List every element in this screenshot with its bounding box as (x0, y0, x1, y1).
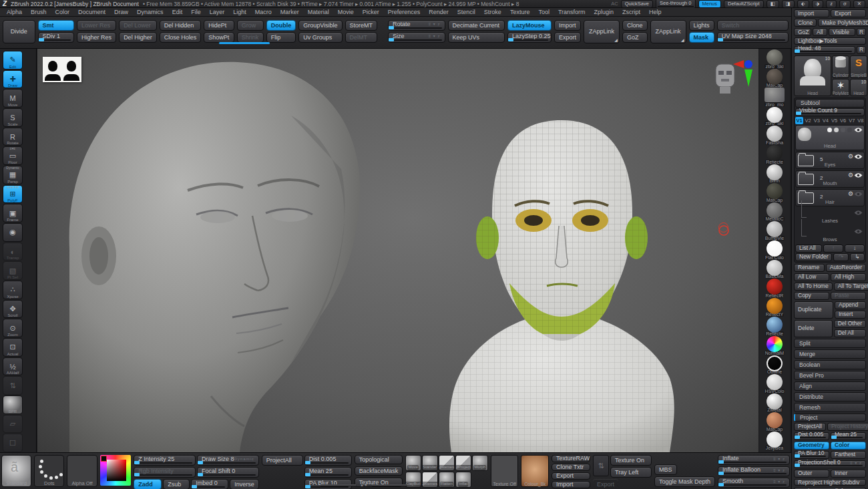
tray-tool-button[interactable]: ▧ Pt Sel (3, 261, 23, 280)
head-tool-thumb-2[interactable]: 10 Head (850, 79, 867, 96)
inverse-button[interactable]: Inverse (230, 479, 259, 489)
menu-item[interactable]: Document (78, 9, 105, 15)
inner-button[interactable]: Inner (831, 470, 866, 478)
subtool-row[interactable]: 2 ⚙ Hair (795, 189, 865, 206)
material-item[interactable]: MetalicC (761, 202, 789, 222)
tray-tool-button[interactable]: ◉ (3, 223, 23, 242)
palette-section-header[interactable]: Remesh (794, 403, 866, 412)
z-intensity-slider[interactable]: Z Intensity 25 (134, 455, 196, 466)
del-other-button[interactable]: Del Other (834, 320, 866, 328)
menu-item[interactable]: Layer (210, 9, 225, 15)
quick-brush-icon[interactable]: Standar (422, 455, 438, 471)
autoreorder-button[interactable]: AutoReorder (826, 264, 866, 272)
tray-tool-button[interactable]: Line Fill ⊞ PolyF (3, 185, 23, 204)
material-item[interactable]: Blinn (761, 164, 789, 184)
switch-button[interactable]: Switch (717, 20, 789, 31)
project-section-header[interactable]: Project (794, 414, 866, 422)
tool-r-button[interactable]: R (857, 46, 866, 54)
palette-right-icon[interactable]: ◨ (782, 0, 795, 8)
reference-thumbnails[interactable] (43, 57, 81, 82)
tray-tool-button[interactable]: ✥ Scroll (3, 300, 23, 319)
tray-tool-button[interactable]: ☐ (3, 434, 23, 452)
subtool-view-tab[interactable]: V7 (848, 117, 856, 124)
goz-visible-button[interactable]: Visible (829, 28, 855, 36)
all-low-button[interactable]: All Low (794, 273, 829, 281)
material-item[interactable]: Reflecte (761, 145, 789, 164)
quick-brush-icon[interactable]: Inflat (455, 472, 471, 488)
material-item[interactable]: MatCap (761, 69, 789, 88)
quick-brush-icon[interactable]: Flatten (439, 472, 455, 488)
quick-brush-icon[interactable]: ZProject (455, 455, 471, 471)
move-down-icon[interactable]: ↓ (845, 244, 865, 253)
all-to-home-button[interactable]: All To Home (794, 283, 833, 291)
menu-item[interactable]: Draw (114, 9, 128, 15)
project-history-button[interactable]: Project History (827, 423, 868, 431)
zapplink-button-2[interactable]: ZAppLink ◢ (650, 20, 686, 43)
lazymouse-toggle[interactable]: LazyMouse (507, 20, 552, 31)
quick-brush-icon[interactable]: Morph (472, 455, 488, 471)
draw-size-slider[interactable]: Draw Size 8Dynamic (197, 455, 259, 466)
subtool-view-tab[interactable]: V8 (857, 117, 865, 124)
menu-item[interactable]: Marker (280, 9, 299, 15)
goz-r-button[interactable]: R (857, 28, 866, 36)
tray-tool-button[interactable]: ⊡ Actual (3, 338, 23, 357)
zapplink-button[interactable]: ZAppLink ◢ (584, 20, 620, 43)
tool-export-button[interactable]: Export (831, 9, 866, 17)
menu-item[interactable]: Macro (255, 9, 272, 15)
color-picker[interactable] (100, 455, 132, 486)
export-button[interactable]: Export (554, 32, 581, 43)
palette-section-header[interactable]: Bevel Pro (794, 371, 866, 380)
transfer-icon[interactable]: ⇅ (593, 455, 609, 476)
projectall-shelf-button[interactable]: ProjectAll (262, 455, 303, 466)
visibility-eye-icon[interactable] (854, 127, 863, 133)
size-slider[interactable]: Size≡ ▾ z (388, 32, 445, 43)
subtool-mini-toggles[interactable] (827, 128, 852, 132)
material-item[interactable]: ReflectY (761, 298, 789, 317)
material-item[interactable]: JellyBea (761, 432, 789, 451)
smt-toggle[interactable]: Smt (38, 20, 75, 31)
menu-item[interactable]: File (191, 9, 201, 15)
all-to-target-button[interactable]: All To Target (834, 283, 868, 291)
focal-shift-slider[interactable]: Focal Shift 0 (197, 467, 259, 478)
lights-button[interactable]: Lights (689, 20, 714, 31)
showpt-button[interactable]: ShowPt (204, 32, 234, 43)
palette-left-icon[interactable]: ◧ (767, 0, 779, 8)
tray-tool-button[interactable]: R Rotate (3, 128, 23, 146)
rename-button[interactable]: Rename (794, 264, 825, 272)
lightbox-tools-button[interactable]: Lightbox▶Tools (794, 37, 866, 45)
hidept-button[interactable]: HidePt (204, 20, 234, 31)
gear-icon[interactable]: ⚙ (848, 190, 853, 197)
material-item[interactable]: ReflectR (761, 279, 789, 298)
dist-slider[interactable]: Dist 0.005 (794, 432, 829, 440)
move-up-icon[interactable]: ↑ (823, 244, 843, 253)
material-item[interactable]: FastSha (761, 126, 789, 145)
branch-arrow-icon[interactable]: ↳ (850, 253, 865, 261)
material-item[interactable]: ZMetal (761, 393, 789, 413)
quick-brush-icon[interactable]: ZRemes (422, 472, 438, 488)
hand-left-icon[interactable]: ⬖ (797, 0, 809, 8)
lazystep-slider[interactable]: LazyStep 0.25 (507, 32, 552, 43)
dist-shelf-slider[interactable]: Dist 0.005 (304, 455, 352, 466)
visibility-eye-icon[interactable] (854, 210, 863, 216)
current-brush-thumb[interactable]: Standard (1, 455, 31, 487)
uv-map-size-slider[interactable]: UV Map Size 2048 (717, 32, 789, 43)
subtool-row[interactable]: 5 ⚙ Eyes (795, 152, 865, 169)
rotate-slider[interactable]: Rotate≡ ▾ z (388, 20, 445, 31)
visibility-eye-icon[interactable] (854, 172, 863, 178)
clone-txtr-button[interactable]: Clone Txtr (552, 464, 590, 471)
subtool-view-tab[interactable]: V3 (813, 117, 821, 124)
topological-button[interactable]: Topological (355, 455, 403, 464)
menu-item[interactable]: Zplugin (594, 9, 614, 15)
pa-blur-slider[interactable]: PA Blur 10 (794, 451, 829, 459)
menu-item[interactable]: Stroke (484, 9, 501, 15)
goz-all-button[interactable]: All (813, 28, 827, 36)
material-item[interactable]: BasicMa (761, 260, 789, 279)
visibility-eye-icon[interactable] (854, 154, 863, 160)
decimate-current-button[interactable]: Decimate Current (448, 20, 505, 31)
palette-section-header[interactable]: Distribute (794, 392, 866, 401)
geometry-toggle[interactable]: Geometry (794, 442, 829, 450)
menu-item[interactable]: Texture (510, 9, 530, 15)
outer-button[interactable]: Outer (794, 470, 829, 478)
menu-item[interactable]: Transform (558, 9, 586, 15)
close-holes-button[interactable]: Close Holes (160, 32, 202, 43)
